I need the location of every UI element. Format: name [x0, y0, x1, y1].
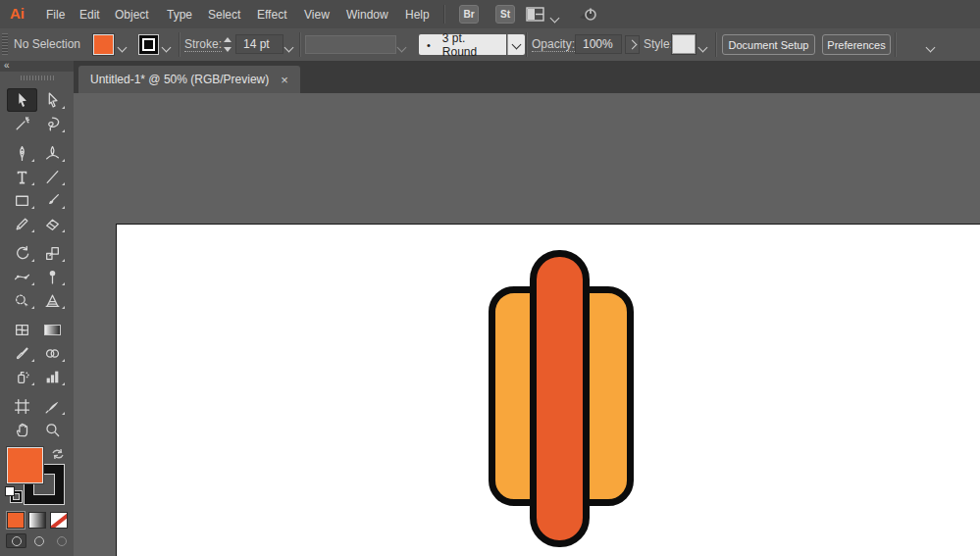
brush-definition-chevron-icon[interactable] — [507, 34, 525, 55]
color-button[interactable] — [7, 512, 25, 529]
draw-normal-mode-icon[interactable] — [6, 533, 26, 548]
menu-edit[interactable]: Edit — [79, 8, 100, 22]
curvature-tool[interactable] — [37, 141, 68, 165]
style-chevron-icon[interactable] — [699, 40, 706, 54]
panel-grip[interactable] — [21, 76, 54, 80]
direct-selection-tool[interactable] — [37, 88, 68, 112]
eyedropper-tool[interactable] — [7, 341, 37, 365]
puppet-warp-tool-icon — [44, 269, 61, 285]
stroke-label[interactable]: Stroke: — [184, 37, 222, 52]
fill-color-chevron-icon[interactable] — [119, 40, 126, 54]
rectangle-tool[interactable] — [7, 188, 37, 212]
hand-tool-icon — [14, 422, 30, 438]
shaper-tool-icon — [14, 216, 30, 232]
swap-fill-stroke-icon[interactable] — [50, 447, 66, 464]
magic-wand-tool[interactable] — [7, 112, 37, 135]
style-swatch[interactable] — [672, 34, 696, 54]
stroke-color-chevron-icon[interactable] — [163, 40, 170, 54]
draw-inside-mode-icon[interactable] — [51, 533, 72, 548]
tab-close-icon[interactable]: × — [281, 74, 288, 86]
selection-tool[interactable] — [7, 88, 37, 112]
menu-file[interactable]: File — [46, 8, 65, 22]
drawing-modes-row — [0, 533, 74, 548]
fill-stroke-proxy — [0, 447, 74, 506]
preferences-button[interactable]: Preferences — [822, 34, 891, 55]
document-tab-title: Untitled-1* @ 50% (RGB/Preview) — [90, 73, 269, 86]
document-setup-button[interactable]: Document Setup — [722, 34, 815, 55]
selection-status: No Selection — [14, 37, 80, 51]
eraser-tool[interactable] — [37, 212, 68, 235]
document-tab[interactable]: Untitled-1* @ 50% (RGB/Preview) × — [78, 66, 300, 93]
workspace: « — [0, 61, 980, 556]
stroke-weight-stepper[interactable] — [222, 36, 232, 53]
separator — [526, 32, 527, 57]
symbol-sprayer-tool[interactable] — [7, 365, 37, 388]
artboard-tool-icon — [14, 398, 30, 415]
zoom-tool[interactable] — [37, 418, 68, 441]
app-logo: Ai — [10, 5, 25, 22]
selection-options-chevron-icon[interactable] — [927, 40, 934, 54]
curvature-tool-icon — [44, 145, 61, 162]
eyedropper-tool-icon — [14, 345, 30, 362]
direct-selection-tool-icon — [44, 92, 61, 109]
stock-button[interactable]: St — [495, 5, 515, 24]
mesh-tool[interactable] — [7, 318, 37, 341]
menu-help[interactable]: Help — [405, 8, 430, 22]
default-fill-stroke-icon[interactable] — [5, 486, 21, 500]
brush-definition-dropdown[interactable]: • 3 pt. Round — [419, 34, 506, 55]
gradient-button[interactable] — [28, 512, 46, 529]
menu-window[interactable]: Window — [346, 8, 388, 22]
menu-object[interactable]: Object — [115, 8, 149, 22]
menu-view[interactable]: View — [304, 8, 330, 22]
width-profile-dropdown — [305, 35, 396, 54]
menu-effect[interactable]: Effect — [257, 8, 286, 22]
hand-tool[interactable] — [7, 418, 37, 441]
pen-tool[interactable] — [7, 141, 37, 165]
menu-select[interactable]: Select — [208, 8, 240, 22]
stroke-weight-field[interactable]: 14 pt — [235, 34, 284, 54]
width-tool[interactable] — [7, 265, 37, 288]
blend-tool-icon — [44, 345, 61, 362]
puppet-warp-tool[interactable] — [37, 265, 68, 288]
opacity-expand-button[interactable] — [625, 35, 640, 54]
gradient-tool[interactable] — [37, 318, 68, 341]
stroke-color-swatch[interactable] — [138, 34, 159, 55]
touch-workspace-icon[interactable] — [576, 4, 599, 27]
fill-proxy-swatch[interactable] — [7, 447, 43, 483]
line-segment-tool[interactable] — [37, 165, 68, 188]
opacity-label[interactable]: Opacity: — [532, 37, 575, 52]
shaper-tool[interactable] — [7, 212, 37, 235]
fill-color-swatch[interactable] — [93, 34, 114, 55]
rotate-tool[interactable] — [7, 241, 37, 265]
lasso-tool[interactable] — [37, 112, 68, 135]
scale-tool[interactable] — [37, 241, 68, 265]
none-button[interactable] — [50, 512, 68, 529]
stroke-weight-chevron-icon[interactable] — [285, 40, 292, 54]
type-tool[interactable] — [7, 165, 37, 188]
shape-builder-tool[interactable] — [7, 288, 37, 312]
control-bar-grip[interactable] — [2, 33, 8, 55]
bridge-button[interactable]: Br — [459, 5, 479, 24]
draw-behind-mode-icon[interactable] — [28, 533, 49, 548]
scale-tool-icon — [44, 245, 61, 262]
slice-tool-icon — [44, 398, 61, 415]
opacity-field[interactable]: 100% — [575, 34, 622, 54]
perspective-grid-tool[interactable] — [37, 288, 68, 312]
tool-panel: « — [0, 61, 74, 556]
blend-tool[interactable] — [37, 341, 68, 365]
selection-tool-icon — [14, 92, 30, 109]
paintbrush-tool-icon — [44, 192, 61, 209]
column-graph-tool[interactable] — [37, 365, 68, 388]
paintbrush-tool[interactable] — [37, 188, 68, 212]
workspace-layout-icon[interactable] — [526, 6, 544, 25]
panel-collapse-button[interactable]: « — [0, 61, 74, 72]
magic-wand-tool-icon — [14, 116, 30, 132]
workspace-chevron-icon[interactable] — [551, 11, 558, 25]
artboard-tool[interactable] — [7, 394, 37, 418]
width-profile-chevron-icon — [398, 40, 405, 54]
menu-type[interactable]: Type — [167, 8, 192, 22]
slice-tool[interactable] — [37, 394, 68, 418]
rectangle-tool-icon — [14, 192, 30, 209]
hotdog-sausage-shape[interactable] — [530, 250, 590, 547]
canvas-pasteboard[interactable] — [74, 93, 980, 556]
